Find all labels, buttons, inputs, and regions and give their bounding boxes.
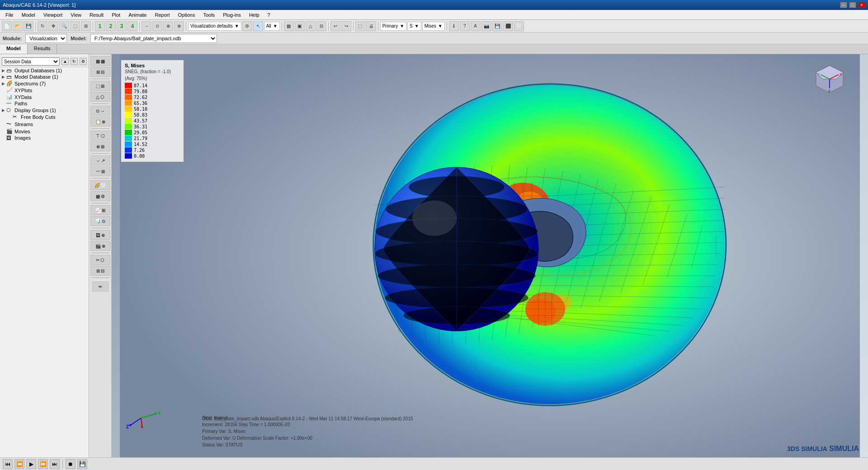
xy-opts-button[interactable]: 📊⊙ [90,216,110,226]
menu-options[interactable]: Options [175,11,199,19]
num2-button[interactable]: 2 [106,21,116,31]
menu-view[interactable]: View [67,11,85,19]
tree-model-database[interactable]: ▶ 🗃 Model Database (1) [0,74,89,80]
save-image-button[interactable]: 📷 [481,21,491,31]
minimize-button[interactable]: ─ [840,2,847,8]
contour-opts-button[interactable]: ▦⚙ [90,191,110,201]
menu-tools[interactable]: Tools [199,11,218,19]
tree-xydata[interactable]: 📊 XYData [0,94,89,100]
freecut-button[interactable]: ✂⬡ [90,255,110,265]
module-select[interactable]: Visualization [25,34,67,43]
viewport-btn[interactable]: ⬚ [355,21,365,31]
menu-animate[interactable]: Animate [125,11,150,19]
tree-streams[interactable]: 〜 Streams [0,120,89,128]
model-select[interactable]: F:/Temp-Abaqus/Ball_plate_impact.odb [90,34,217,43]
xy-plot-button[interactable]: 📈⊞ [90,205,110,215]
play-end-button[interactable]: ⏭ [50,459,60,469]
primary-dropdown[interactable]: Primary ▼ [380,22,406,31]
settings-button[interactable]: ⚙ [242,21,252,31]
path-button[interactable]: 〰⊞ [90,166,110,176]
sensor-button[interactable]: ⊗⊞ [90,141,110,151]
select-button[interactable]: ⊕ [163,21,173,31]
select2-button[interactable]: ⊕ [174,21,184,31]
menu-viewport[interactable]: Viewport [40,11,66,19]
visualization-defaults-dropdown[interactable]: Visualization defaults ▼ [188,22,241,31]
tree-paths[interactable]: 〰 Paths [0,100,89,107]
tree-images[interactable]: 🖼 Images [0,135,89,141]
menu-plugins[interactable]: Plug-ins [219,11,245,19]
new-button[interactable]: 📄 [2,21,12,31]
close-button[interactable]: ✕ [858,2,865,8]
icon-btn1[interactable]: ⬛ [503,21,513,31]
save-button[interactable]: 💾 [24,21,33,31]
pan-button[interactable]: ✥ [48,21,58,31]
icon-btn2[interactable]: ⬜ [514,21,524,31]
tree-output-databases[interactable]: ▶ 🗃 Output Databases (1) [0,67,89,74]
s-dropdown[interactable]: S ▼ [407,22,421,31]
tab-model[interactable]: Model [0,44,28,54]
query-button[interactable]: ? [460,21,470,31]
annotation-button[interactable]: A [471,21,481,31]
undo-button[interactable]: ↩ [330,21,340,31]
zoom-box-button[interactable]: ⬚ [70,21,80,31]
play-start-button[interactable]: ⏮ [3,459,13,469]
mesh-plot-button[interactable]: ⬚⊞ [90,81,110,91]
session-select[interactable]: Session Data [2,57,60,66]
record-button[interactable]: ⏺ [66,459,75,469]
spectrum-button[interactable]: 🌈⬜ [90,180,110,190]
tree-xyplots[interactable]: 📈 XYPlots [0,87,89,94]
tab-results[interactable]: Results [28,44,57,54]
arrow-tool-button[interactable]: →↗ [90,155,110,165]
play-back-button[interactable]: ⏪ [14,459,24,469]
zoom-button[interactable]: 🔍 [59,21,69,31]
menu-plot[interactable]: Plot [108,11,124,19]
rotate-button[interactable]: ↻ [38,21,47,31]
menu-file[interactable]: File [2,11,17,19]
movie-button[interactable]: 🎬⊕ [90,241,110,251]
mises-dropdown[interactable]: Mises ▼ [422,22,445,31]
num1-button[interactable]: 1 [95,21,105,31]
fit-button[interactable]: ⊞ [81,21,91,31]
menu-question[interactable]: ? [264,11,274,19]
cursor-button[interactable]: ↖ [253,21,263,31]
session-refresh-button[interactable]: ↻ [71,58,78,65]
freecut-opts-button[interactable]: ⊞⊟ [90,266,110,276]
print-button[interactable]: 🖨 [366,21,376,31]
save-anim-button[interactable]: 💾 [77,459,87,469]
num3-button[interactable]: 3 [117,21,127,31]
save2-button[interactable]: 💾 [492,21,502,31]
menu-model[interactable]: Model [18,11,39,19]
num4-button[interactable]: 4 [127,21,137,31]
play-forward-button[interactable]: ⏩ [38,459,48,469]
bc-button[interactable]: ⊤⬡ [90,131,110,141]
symbol-plot-button[interactable]: ⊞⊟ [90,67,110,77]
viewport[interactable]: S, Mises SNEG, (fraction = -1.0) (Avg: 7… [112,54,868,457]
play-button[interactable]: ▶ [26,459,36,469]
tree-spectrums[interactable]: ▶ 🌈 Spectrums (7) [0,80,89,87]
query-button2[interactable]: 📋⊕ [90,117,110,127]
image-button[interactable]: 🖼⊕ [90,230,110,240]
tree-display-groups[interactable]: ▶ ⬡ Display Groups (1) [0,107,89,113]
menu-result[interactable]: Result [86,11,107,19]
menu-report[interactable]: Report [151,11,173,19]
deformed-button2[interactable]: △⬡ [90,92,110,102]
contour2-button[interactable]: ▣ [295,21,305,31]
info-button[interactable]: ℹ [449,21,459,31]
menu-help[interactable]: Help [245,11,263,19]
contour1-button[interactable]: ▦ [284,21,294,31]
maximize-button[interactable]: □ [849,2,856,8]
nav-cube[interactable]: X Y Z [814,63,841,90]
arrow-right-button[interactable]: → [142,21,151,31]
session-settings-button[interactable]: ⚙ [80,58,87,65]
contour-plot-button[interactable]: ▦▦ [90,56,110,66]
display-options-button[interactable]: ⊙→ [90,106,110,116]
tree-movies[interactable]: 🎬 Movies [0,128,89,135]
all-dropdown[interactable]: All ▼ [264,22,280,31]
session-up-button[interactable]: ▲ [61,58,69,65]
reset-view-button[interactable]: ⊙ [152,21,162,31]
overlay-button[interactable]: ⊟ [316,21,326,31]
redo-button[interactable]: ↪ [341,21,351,31]
pencil-button[interactable]: ✏ [92,282,108,291]
deformed-button[interactable]: △ [306,21,316,31]
tree-free-body-cuts[interactable]: ✂ Free Body Cuts [6,113,89,120]
